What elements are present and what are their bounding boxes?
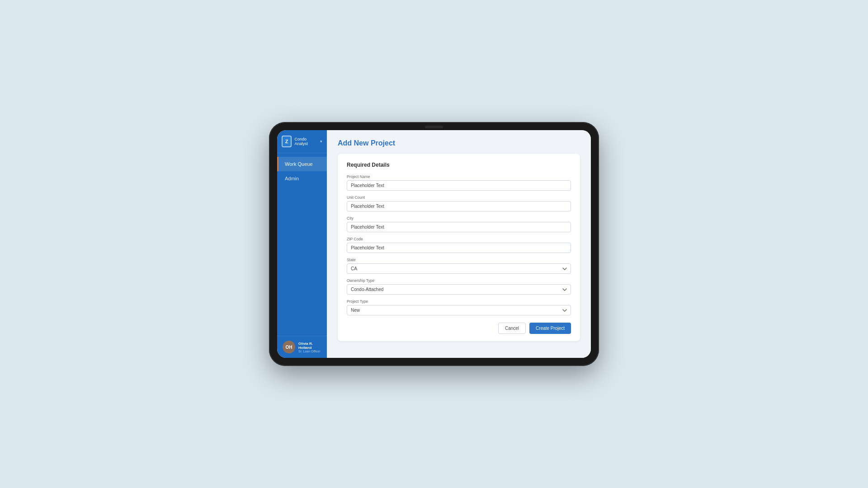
state-select[interactable]: CA AK AZ AR CO NY TX [347,263,571,274]
zip-code-label: ZIP Code [347,237,571,241]
ownership-type-group: Ownership Type Condo-Attached Condo-Deta… [347,278,571,295]
tablet-screen: Z Condo Analyst ▾ Work Queue Admin OH Ol… [277,130,591,358]
project-type-select[interactable]: New Established Conversion [347,305,571,315]
logo-text: Condo Analyst [294,137,316,146]
avatar: OH [283,341,295,353]
city-input[interactable] [347,222,571,232]
tablet-frame: Z Condo Analyst ▾ Work Queue Admin OH Ol… [269,122,599,366]
sidebar-item-work-queue[interactable]: Work Queue [277,157,327,171]
ownership-type-label: Ownership Type [347,278,571,283]
project-name-input[interactable] [347,180,571,191]
project-type-group: Project Type New Established Conversion [347,299,571,315]
sidebar-logo[interactable]: Z Condo Analyst ▾ [277,130,327,153]
unit-count-input[interactable] [347,201,571,211]
tablet-camera [425,126,443,128]
zip-code-input[interactable] [347,243,571,253]
sidebar-item-admin[interactable]: Admin [277,171,327,186]
chevron-down-icon: ▾ [320,139,322,144]
logo-icon: Z [282,136,292,147]
unit-count-group: Unit Count [347,195,571,211]
create-project-button[interactable]: Create Project [529,323,571,334]
form-card: Required Details Project Name Unit Count… [338,154,580,341]
section-title: Required Details [347,162,571,168]
state-label: State [347,258,571,262]
user-name: Olivia R. Holland [298,342,321,350]
city-label: City [347,216,571,221]
sidebar-nav: Work Queue Admin [277,153,327,336]
cancel-button[interactable]: Cancel [498,323,526,334]
sidebar-user: OH Olivia R. Holland Sr. Loan Officer [277,336,327,358]
user-info: Olivia R. Holland Sr. Loan Officer [298,342,321,353]
unit-count-label: Unit Count [347,195,571,200]
main-content: Add New Project Required Details Project… [327,130,591,358]
form-actions: Cancel Create Project [347,323,571,334]
state-group: State CA AK AZ AR CO NY TX [347,258,571,274]
project-name-label: Project Name [347,174,571,179]
ownership-type-select[interactable]: Condo-Attached Condo-Detached PUD Co-op [347,284,571,295]
city-group: City [347,216,571,232]
zip-code-group: ZIP Code [347,237,571,253]
project-name-group: Project Name [347,174,571,191]
user-role: Sr. Loan Officer [298,350,321,353]
project-type-label: Project Type [347,299,571,304]
sidebar: Z Condo Analyst ▾ Work Queue Admin OH Ol… [277,130,327,358]
page-title: Add New Project [338,139,580,147]
